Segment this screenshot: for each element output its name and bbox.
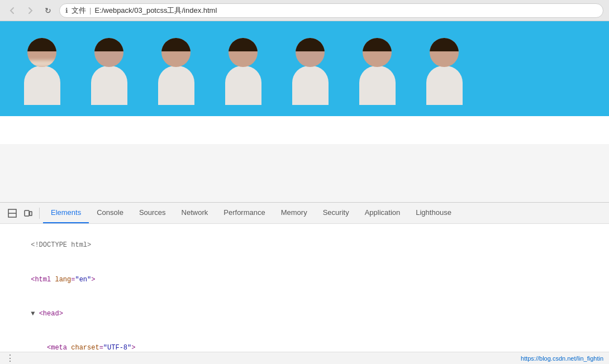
page-viewport [0,21,609,161]
devtools-more-button[interactable]: ⋮ [6,353,15,363]
code-html: <html lang="en"> [7,262,602,296]
avatar-5 [285,38,335,127]
code-meta-charset: <meta charset="UTF-8"> [7,331,602,352]
tab-performance[interactable]: Performance [216,203,273,223]
avatar-7 [419,38,469,127]
tab-lighthouse[interactable]: Lighthouse [408,203,459,223]
tab-console[interactable]: Console [89,203,131,223]
address-bar[interactable]: ℹ 文件 | E:/webpack/03_potcss工具/index.html [59,3,603,18]
devtools-elements-panel: <!DOCTYPE html> <html lang="en"> ▼ <head… [0,224,609,352]
devtools-toolbar: Elements Console Sources Network Perform… [0,203,609,224]
tab-network[interactable]: Network [174,203,216,223]
address-prefix: 文件 [72,6,86,16]
back-button[interactable] [6,4,19,17]
address-url: E:/webpack/03_potcss工具/index.html [94,6,217,16]
tab-security[interactable]: Security [315,203,357,223]
csdn-link[interactable]: https://blog.csdn.net/lin_fightin [521,355,603,362]
avatar-1 [17,38,67,127]
security-icon: ℹ [65,7,68,15]
toolbar-separator [39,208,40,219]
device-toggle-button[interactable] [20,205,36,221]
forward-button[interactable] [23,4,37,17]
address-separator: | [89,6,91,15]
tab-memory[interactable]: Memory [273,203,315,223]
tab-sources[interactable]: Sources [131,203,174,223]
head-expand-arrow[interactable]: ▼ [31,310,39,318]
svg-rect-2 [25,210,29,216]
svg-rect-3 [30,212,32,215]
inspect-element-button[interactable] [4,205,20,221]
avatar-3 [151,38,201,127]
tab-application[interactable]: Application [357,203,408,223]
tab-elements[interactable]: Elements [43,203,89,223]
devtools-tabs: Elements Console Sources Network Perform… [43,203,459,223]
devtools-status-bar: ⋮ https://blog.csdn.net/lin_fightin [0,352,609,364]
avatar-2 [84,38,134,127]
refresh-button[interactable]: ↻ [41,4,55,17]
banner-bottom [0,116,609,144]
page-banner [0,21,609,144]
avatar-4 [218,38,268,127]
devtools-panel: Elements Console Sources Network Perform… [0,202,609,364]
browser-chrome: ↻ ℹ 文件 | E:/webpack/03_potcss工具/index.ht… [0,0,609,21]
avatar-6 [352,38,402,127]
code-doctype: <!DOCTYPE html> [7,228,602,262]
code-head[interactable]: ▼ <head> [7,296,602,331]
